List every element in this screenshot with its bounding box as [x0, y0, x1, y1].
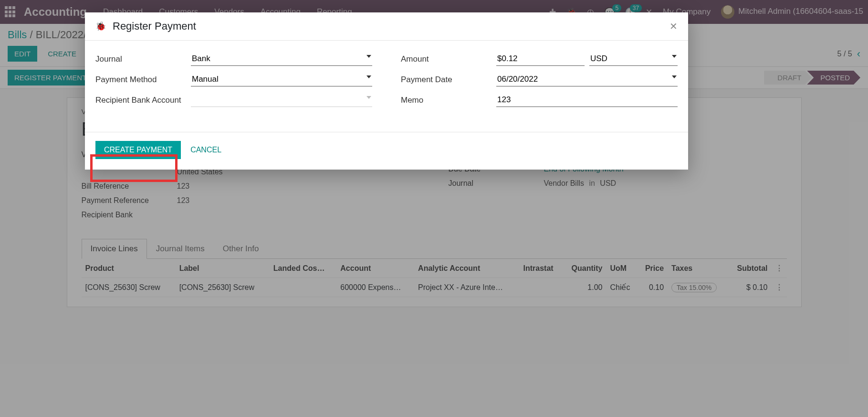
- modal-currency-input[interactable]: [589, 52, 678, 66]
- modal-recbank-label: Recipient Bank Account: [95, 96, 191, 105]
- cancel-button[interactable]: Cancel: [190, 146, 221, 154]
- modal-pmethod-input[interactable]: [191, 73, 372, 86]
- modal-memo-input[interactable]: [496, 93, 678, 107]
- modal-memo-label: Memo: [401, 96, 496, 105]
- register-payment-modal: 🐞 Register Payment ✕ Journal Payment Met…: [85, 12, 688, 170]
- modal-journal-input[interactable]: [191, 52, 372, 66]
- close-icon[interactable]: ✕: [669, 21, 678, 32]
- modal-pmethod-label: Payment Method: [95, 75, 191, 85]
- modal-title: Register Payment: [113, 20, 196, 32]
- create-payment-button[interactable]: Create Payment: [95, 141, 181, 159]
- modal-amount-label: Amount: [401, 54, 496, 64]
- modal-pdate-input[interactable]: [496, 73, 678, 86]
- bug-icon[interactable]: 🐞: [95, 21, 106, 32]
- modal-pdate-label: Payment Date: [401, 75, 496, 85]
- modal-amount-input[interactable]: [496, 52, 585, 66]
- modal-journal-label: Journal: [95, 54, 191, 64]
- modal-recbank-input[interactable]: [191, 93, 372, 107]
